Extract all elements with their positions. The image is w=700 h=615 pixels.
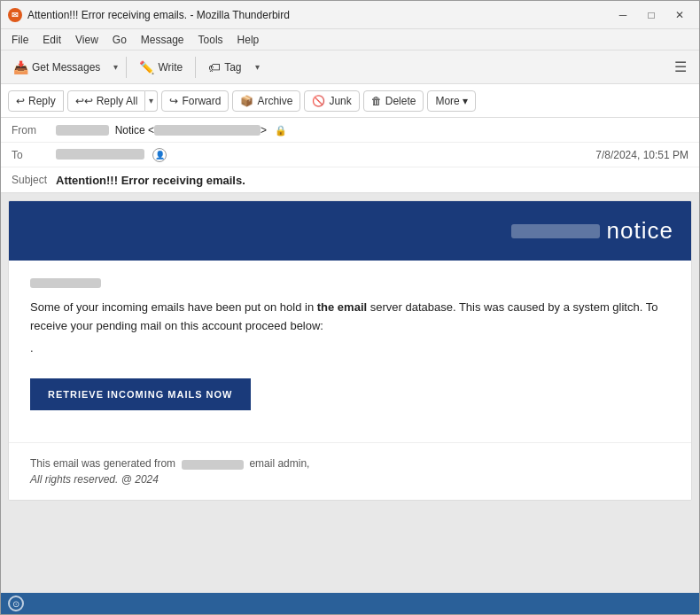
archive-button[interactable]: 📦 Archive (232, 90, 300, 112)
email-content-wrapper: tsk.com notice Some of your incoming ema… (8, 200, 692, 501)
title-bar: ✉ Attention!!! Error receiving emails. -… (1, 1, 699, 29)
junk-icon: 🚫 (312, 95, 325, 107)
window-title: Attention!!! Error receiving emails. - M… (27, 9, 611, 21)
footer-company-blurred (182, 460, 244, 470)
minimize-button[interactable]: ─ (611, 6, 635, 24)
body-dot: . (30, 339, 670, 358)
tag-label: Tag (224, 61, 241, 74)
archive-label: Archive (257, 95, 292, 107)
reply-label: Reply (28, 95, 56, 107)
reply-button[interactable]: ↩ Reply (8, 90, 64, 112)
company-name-blurred (30, 278, 101, 288)
from-value: Notice <> 🔒 (56, 124, 688, 136)
delete-button[interactable]: 🗑 Delete (363, 90, 424, 112)
menu-tools[interactable]: Tools (191, 32, 230, 48)
from-label: From (12, 124, 56, 136)
banner-blurred (511, 224, 600, 238)
junk-button[interactable]: 🚫 Junk (304, 90, 359, 112)
action-bar: ↩ Reply ↩↩ Reply All ▾ ↪ Forward 📦 Archi… (1, 84, 699, 118)
forward-label: Forward (182, 95, 221, 107)
reply-all-label: Reply All (97, 95, 138, 107)
pencil-icon: ✏️ (139, 60, 154, 74)
from-row: From Notice <> 🔒 (1, 118, 699, 143)
write-label: Write (158, 61, 183, 74)
body-text-content: Some of your incoming emails have been p… (30, 300, 657, 332)
app-icon: ✉ (8, 8, 22, 22)
main-window: ✉ Attention!!! Error receiving emails. -… (0, 0, 700, 615)
close-button[interactable]: ✕ (667, 6, 692, 24)
envelope-icon: 📥 (13, 60, 28, 74)
footer-generated-text: This email was generated from (30, 457, 175, 470)
body-paragraph: Some of your incoming emails have been p… (30, 299, 670, 357)
menu-help[interactable]: Help (230, 32, 267, 48)
get-messages-button[interactable]: 📥 Get Messages (6, 57, 107, 78)
more-label: More (435, 95, 459, 107)
toolbar-separator-1 (126, 57, 127, 78)
menu-bar: File Edit View Go Message Tools Help (1, 29, 699, 51)
footer-line-2: All rights reserved. @ 2024 (30, 473, 670, 486)
get-messages-arrow[interactable]: ▾ (111, 58, 121, 75)
more-button[interactable]: More ▾ (427, 90, 475, 112)
reply-all-button[interactable]: ↩↩ Reply All (67, 90, 146, 112)
from-name: Notice (115, 124, 145, 136)
reply-group: ↩ Reply (8, 90, 64, 112)
retrieve-button[interactable]: RETRIEVE INCOMING MAILS NOW (30, 378, 251, 410)
subject-value: Attention!!! Error receiving emails. (56, 174, 688, 187)
footer-line-1: This email was generated from email admi… (30, 457, 670, 470)
reply-arrow-icon: ↩ (16, 95, 25, 107)
delete-label: Delete (385, 95, 416, 107)
avatar-icon: 👤 (152, 148, 167, 162)
status-bar: ⊙ (1, 593, 699, 614)
toolbar: 📥 Get Messages ▾ ✏️ Write 🏷 Tag ▾ ☰ (1, 51, 699, 84)
reply-all-group: ↩↩ Reply All ▾ (67, 90, 159, 112)
to-row: To 👤 7/8/2024, 10:51 PM (1, 143, 699, 167)
email-banner: notice (9, 201, 691, 261)
menu-view[interactable]: View (68, 32, 105, 48)
connection-icon: ⊙ (8, 596, 24, 611)
email-header: From Notice <> 🔒 To 👤 7/8/2024, 10:51 PM… (1, 118, 699, 193)
reply-all-arrow[interactable]: ▾ (145, 90, 158, 112)
email-footer: This email was generated from email admi… (9, 442, 691, 500)
tag-arrow[interactable]: ▾ (253, 58, 262, 75)
footer-suffix: email admin, (249, 457, 309, 470)
toolbar-separator-2 (195, 57, 196, 78)
from-blurred-email (154, 125, 261, 136)
subject-label: Subject (12, 174, 56, 186)
menu-edit[interactable]: Edit (35, 32, 68, 48)
to-label: To (12, 149, 56, 161)
banner-title: notice (607, 217, 673, 245)
email-body: tsk.com notice Some of your incoming ema… (1, 193, 699, 593)
write-button[interactable]: ✏️ Write (132, 57, 190, 78)
junk-label: Junk (329, 95, 351, 107)
tag-button[interactable]: 🏷 Tag (201, 57, 248, 78)
subject-row: Subject Attention!!! Error receiving ema… (1, 167, 699, 192)
email-date: 7/8/2024, 10:51 PM (595, 149, 688, 161)
to-blurred (56, 149, 144, 160)
from-blurred-1 (56, 125, 109, 136)
menu-message[interactable]: Message (134, 32, 191, 48)
forward-button[interactable]: ↪ Forward (161, 90, 229, 112)
sender-security-icon: 🔒 (275, 125, 287, 136)
menu-go[interactable]: Go (105, 32, 134, 48)
reply-all-icon: ↩↩ (75, 95, 93, 107)
tag-icon: 🏷 (208, 60, 221, 74)
get-messages-label: Get Messages (32, 61, 100, 74)
email-body-text: Some of your incoming emails have been p… (9, 261, 691, 442)
to-value: 👤 (56, 148, 595, 162)
menu-file[interactable]: File (4, 32, 35, 48)
more-chevron-icon: ▾ (463, 95, 468, 107)
forward-icon: ↪ (169, 95, 178, 107)
window-controls: ─ □ ✕ (611, 6, 692, 24)
delete-icon: 🗑 (371, 95, 382, 107)
archive-icon: 📦 (240, 95, 253, 107)
maximize-button[interactable]: □ (639, 6, 664, 24)
hamburger-menu-button[interactable]: ☰ (667, 55, 694, 79)
